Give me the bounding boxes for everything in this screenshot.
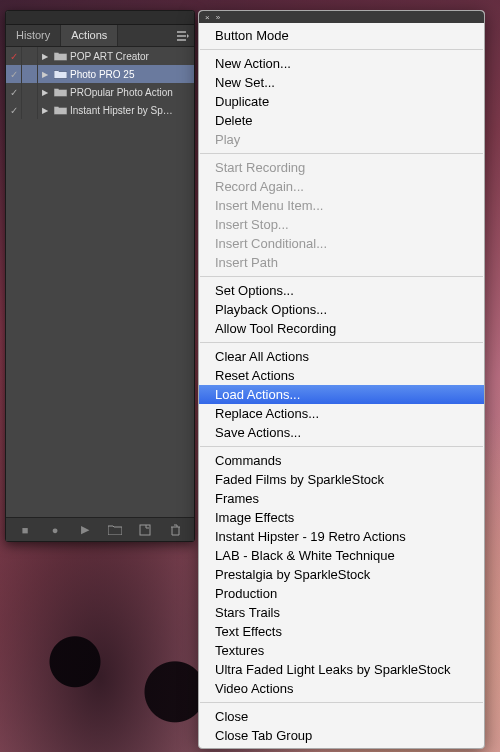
triangle-right-icon: ▶ (42, 106, 48, 115)
menu-item[interactable]: New Set... (199, 73, 484, 92)
expand-toggle[interactable]: ▶ (38, 52, 52, 61)
hamburger-menu-icon (177, 31, 189, 41)
panel-menu-button[interactable] (172, 25, 194, 46)
new-set-button[interactable] (104, 520, 126, 540)
folder-icon (52, 105, 68, 115)
play-button[interactable]: ▶ (74, 520, 96, 540)
record-button[interactable]: ● (44, 520, 66, 540)
action-set-name: POP ART Creator (68, 51, 194, 62)
dialog-toggle[interactable] (22, 65, 38, 83)
expand-toggle[interactable]: ▶ (38, 70, 52, 79)
svg-rect-0 (140, 525, 150, 535)
menu-item[interactable]: Duplicate (199, 92, 484, 111)
delete-button[interactable] (164, 520, 186, 540)
menu-item[interactable]: Frames (199, 489, 484, 508)
menu-item[interactable]: Video Actions (199, 679, 484, 698)
menu-item: Insert Path (199, 253, 484, 272)
menu-item[interactable]: Set Options... (199, 281, 484, 300)
menu-item[interactable]: Image Effects (199, 508, 484, 527)
menu-item[interactable]: Allow Tool Recording (199, 319, 484, 338)
menu-item: Start Recording (199, 158, 484, 177)
checkmark-icon: ✓ (10, 87, 18, 98)
menu-item: Play (199, 130, 484, 149)
menu-item[interactable]: Load Actions... (199, 385, 484, 404)
actions-panel: History Actions ✓▶POP ART Creator✓▶Photo… (5, 10, 195, 542)
triangle-right-icon: ▶ (42, 88, 48, 97)
menu-item: Insert Menu Item... (199, 196, 484, 215)
triangle-right-icon: ▶ (42, 52, 48, 61)
menu-item[interactable]: Save Actions... (199, 423, 484, 442)
menu-item[interactable]: Production (199, 584, 484, 603)
action-set-row[interactable]: ✓▶Instant Hipster by Sp… (6, 101, 194, 119)
chevron-right-icon: » (216, 13, 220, 22)
menu-item: Record Again... (199, 177, 484, 196)
triangle-right-icon: ▶ (42, 70, 48, 79)
menu-item[interactable]: Close (199, 707, 484, 726)
menu-item[interactable]: Clear All Actions (199, 347, 484, 366)
folder-icon (52, 87, 68, 97)
new-page-icon (139, 524, 151, 536)
close-icon: × (205, 13, 210, 22)
action-set-name: PROpular Photo Action (68, 87, 194, 98)
menu-separator (200, 342, 483, 343)
panel-footer: ■ ● ▶ (6, 517, 194, 541)
checkmark-icon: ✓ (10, 69, 18, 80)
action-set-row[interactable]: ✓▶Photo PRO 25 (6, 65, 194, 83)
menu-item[interactable]: Faded Films by SparkleStock (199, 470, 484, 489)
menu-item[interactable]: Textures (199, 641, 484, 660)
menu-item[interactable]: Close Tab Group (199, 726, 484, 745)
dialog-toggle[interactable] (22, 101, 38, 119)
checkmark-icon: ✓ (10, 105, 18, 116)
panel-tabbar: History Actions (6, 25, 194, 47)
menu-item[interactable]: New Action... (199, 54, 484, 73)
checkmark-icon: ✓ (10, 51, 18, 62)
menu-item[interactable]: Reset Actions (199, 366, 484, 385)
menu-separator (200, 276, 483, 277)
toggle-checkbox[interactable]: ✓ (6, 83, 22, 101)
new-action-button[interactable] (134, 520, 156, 540)
menu-item[interactable]: Instant Hipster - 19 Retro Actions (199, 527, 484, 546)
menu-separator (200, 446, 483, 447)
dialog-toggle[interactable] (22, 47, 38, 65)
menu-item: Insert Stop... (199, 215, 484, 234)
action-set-name: Photo PRO 25 (68, 69, 194, 80)
expand-toggle[interactable]: ▶ (38, 106, 52, 115)
toggle-checkbox[interactable]: ✓ (6, 47, 22, 65)
menu-item[interactable]: Replace Actions... (199, 404, 484, 423)
menu-separator (200, 702, 483, 703)
menu-item[interactable]: Button Mode (199, 26, 484, 45)
menu-item[interactable]: Ultra Faded Light Leaks by SparkleStock (199, 660, 484, 679)
toggle-checkbox[interactable]: ✓ (6, 101, 22, 119)
menu-item[interactable]: Playback Options... (199, 300, 484, 319)
menu-separator (200, 49, 483, 50)
menu-grip[interactable]: × » (199, 11, 484, 23)
menu-item[interactable]: LAB - Black & White Technique (199, 546, 484, 565)
tab-history[interactable]: History (6, 25, 61, 46)
menu-item[interactable]: Prestalgia by SparkleStock (199, 565, 484, 584)
action-set-list: ✓▶POP ART Creator✓▶Photo PRO 25✓▶PROpula… (6, 47, 194, 517)
folder-icon (52, 69, 68, 79)
folder-icon (52, 51, 68, 61)
toggle-checkbox[interactable]: ✓ (6, 65, 22, 83)
action-set-name: Instant Hipster by Sp… (68, 105, 194, 116)
dialog-toggle[interactable] (22, 83, 38, 101)
action-set-row[interactable]: ✓▶PROpular Photo Action (6, 83, 194, 101)
panel-grip[interactable] (6, 11, 194, 25)
stop-button[interactable]: ■ (14, 520, 36, 540)
menu-item[interactable]: Stars Trails (199, 603, 484, 622)
expand-toggle[interactable]: ▶ (38, 88, 52, 97)
action-set-row[interactable]: ✓▶POP ART Creator (6, 47, 194, 65)
menu-item[interactable]: Commands (199, 451, 484, 470)
panel-flyout-menu: × » Button ModeNew Action...New Set...Du… (198, 10, 485, 749)
menu-separator (200, 153, 483, 154)
tab-actions[interactable]: Actions (61, 25, 118, 46)
menu-item: Insert Conditional... (199, 234, 484, 253)
menu-item[interactable]: Delete (199, 111, 484, 130)
menu-item[interactable]: Text Effects (199, 622, 484, 641)
folder-icon (108, 524, 122, 535)
trash-icon (170, 524, 181, 536)
